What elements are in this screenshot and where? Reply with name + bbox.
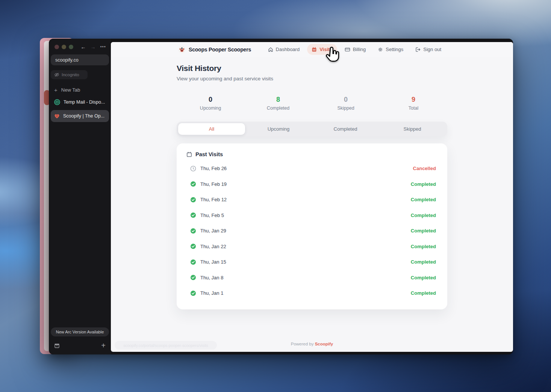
visit-row: Thu, Jan 15 Completed <box>186 254 436 270</box>
tab-label: Temp Mail - Dispo... <box>64 100 105 105</box>
stat-upcoming: 0 Upcoming <box>177 96 244 111</box>
url-text: scoopify.co <box>55 57 79 63</box>
visit-row: Thu, Jan 22 Completed <box>186 239 436 255</box>
browser-tab-scoopify[interactable]: Scoopify | The Op... <box>51 110 109 122</box>
browser-window: ← → ••• scoopify.co Incognito + New Tab <box>49 39 513 354</box>
link-status-bar: scoopify.co/portal/scoops-pooper-scooper… <box>115 341 217 350</box>
nav-sign-out[interactable]: Sign out <box>411 44 446 55</box>
more-menu-icon[interactable]: ••• <box>100 44 106 50</box>
filter-tab-completed[interactable]: Completed <box>312 123 379 135</box>
stat-label: Upcoming <box>177 106 244 111</box>
brand-paw-logo-icon <box>178 46 186 53</box>
visit-row: Thu, Jan 8 Completed <box>186 270 436 286</box>
nav-dashboard[interactable]: Dashboard <box>263 44 304 55</box>
check-icon <box>190 290 196 296</box>
incognito-label: Incognito <box>62 72 79 77</box>
past-visits-card: Past Visits Thu, Feb 26 Cancelled <box>177 143 447 309</box>
visit-date: Thu, Feb 26 <box>200 166 227 171</box>
visit-status: Completed <box>411 244 436 249</box>
tab-label: Scoopify | The Op... <box>63 113 104 119</box>
gear-icon <box>378 47 383 52</box>
check-icon <box>190 259 196 265</box>
back-icon[interactable]: ← <box>80 44 86 50</box>
browser-sidebar: ← → ••• scoopify.co Incognito + New Tab <box>49 39 111 354</box>
nav-label: Dashboard <box>276 47 300 52</box>
stat-label: Skipped <box>312 106 380 111</box>
visit-list: Thu, Feb 26 Cancelled Thu, Feb 19 Comple… <box>186 161 436 301</box>
plus-icon: + <box>54 87 58 93</box>
filter-tab-upcoming[interactable]: Upcoming <box>245 123 312 135</box>
check-icon <box>190 212 196 218</box>
visit-date: Thu, Jan 8 <box>200 275 223 280</box>
stat-value: 0 <box>312 96 380 104</box>
window-controls: ← → ••• <box>51 43 109 50</box>
filter-tab-skipped[interactable]: Skipped <box>379 123 446 135</box>
visit-row: Thu, Feb 12 Completed <box>186 192 436 208</box>
brand-name: Scoops Pooper Scoopers <box>189 47 251 53</box>
check-icon <box>190 197 196 203</box>
check-icon <box>190 181 196 187</box>
stat-value: 0 <box>177 96 244 104</box>
check-icon <box>190 243 196 249</box>
stats-row: 0 Upcoming 8 Completed 0 Skipped <box>177 96 447 111</box>
new-space-plus-icon[interactable]: + <box>101 341 106 350</box>
past-visits-title: Past Visits <box>195 151 223 157</box>
check-icon <box>190 228 196 234</box>
visit-row: Thu, Jan 1 Completed <box>186 285 436 301</box>
stat-completed: 8 Completed <box>244 96 312 111</box>
visit-status: Completed <box>411 290 436 296</box>
page-subtitle: View your upcoming and past service visi… <box>177 76 447 81</box>
visit-status: Cancelled <box>413 166 436 171</box>
status-url-text: scoopify.co/portal/scoops-pooper-scooper… <box>123 343 208 348</box>
forward-icon[interactable]: → <box>90 44 95 50</box>
visit-status: Completed <box>411 181 436 187</box>
new-tab-button[interactable]: + New Tab <box>51 85 109 94</box>
stat-value: 8 <box>244 96 312 104</box>
visit-row: Thu, Jan 29 Completed <box>186 223 436 239</box>
visit-date: Thu, Feb 5 <box>200 213 224 218</box>
nav-settings[interactable]: Settings <box>373 44 408 55</box>
filter-tabs: All Upcoming Completed Skipped <box>177 122 447 136</box>
archive-icon[interactable] <box>54 343 60 348</box>
browser-tab-tempmail[interactable]: Temp Mail - Dispo... <box>51 96 109 108</box>
stat-value: 9 <box>380 96 447 104</box>
visit-date: Thu, Jan 15 <box>200 259 226 265</box>
temp-mail-icon <box>54 99 60 105</box>
minimize-window-button[interactable] <box>62 45 66 49</box>
visit-row: Thu, Feb 5 Completed <box>186 208 436 223</box>
filter-tab-all[interactable]: All <box>178 123 245 135</box>
nav-label: Sign out <box>423 47 441 52</box>
arc-update-button[interactable]: New Arc Version Available <box>51 327 109 336</box>
visit-date: Thu, Feb 12 <box>200 197 227 202</box>
visit-row: Thu, Feb 19 Completed <box>186 176 436 192</box>
zoom-window-button[interactable] <box>69 45 73 49</box>
stat-label: Completed <box>244 106 312 111</box>
top-nav: Dashboard Visits <box>263 44 446 55</box>
visit-date: Thu, Jan 1 <box>200 290 223 296</box>
visit-date: Thu, Feb 19 <box>200 181 227 187</box>
nav-label: Billing <box>353 47 366 52</box>
powered-by-brand[interactable]: Scoopify <box>315 342 333 346</box>
visit-status: Completed <box>411 275 436 280</box>
visit-status: Completed <box>411 259 436 265</box>
stat-label: Total <box>380 106 447 111</box>
app-header: Scoops Pooper Scoopers Dashboard <box>111 42 513 57</box>
visit-date: Thu, Jan 29 <box>200 228 226 234</box>
powered-by: Powered by Scoopify <box>291 342 333 352</box>
content-frame: Scoops Pooper Scoopers Dashboard <box>111 39 513 354</box>
arc-update-label: New Arc Version Available <box>56 330 104 334</box>
visit-row: Thu, Feb 26 Cancelled <box>186 161 436 176</box>
stat-total: 9 Total <box>380 96 447 111</box>
incognito-badge: Incognito <box>51 70 88 79</box>
nav-billing[interactable]: Billing <box>340 44 371 55</box>
heart-paw-icon <box>54 113 60 119</box>
close-window-button[interactable] <box>54 45 59 49</box>
nav-label: Visits <box>319 47 332 52</box>
desktop: ← → ••• scoopify.co Incognito + New Tab <box>0 0 551 392</box>
nav-visits[interactable]: Visits <box>307 44 337 55</box>
url-bar[interactable]: scoopify.co <box>51 54 109 65</box>
page-title: Visit History <box>177 64 447 73</box>
eye-off-icon <box>54 72 59 77</box>
visit-status: Completed <box>411 197 436 202</box>
sign-out-icon <box>415 47 421 52</box>
